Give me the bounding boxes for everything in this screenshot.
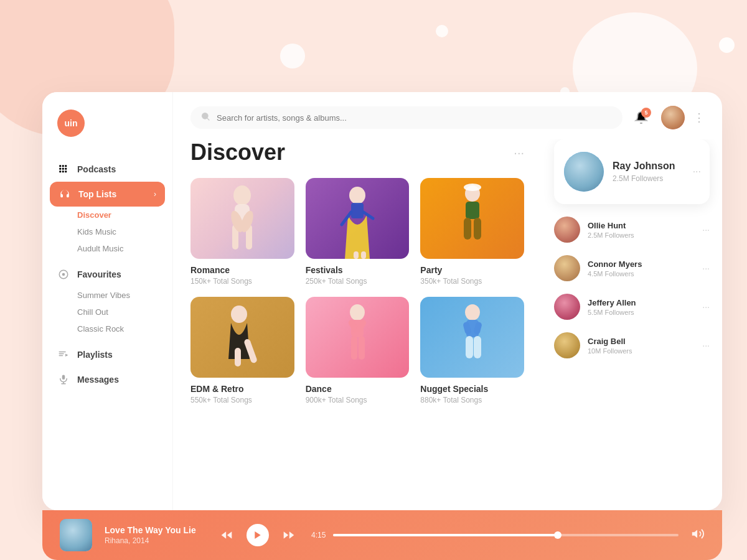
svg-marker-52 xyxy=(222,531,227,539)
toplists-subnav: Discover Kids Music Audult Music xyxy=(42,207,172,257)
artist-avatar-craig xyxy=(554,332,580,358)
search-input[interactable] xyxy=(217,113,613,123)
music-card-edm[interactable]: EDM & Retro 550k+ Total Songs xyxy=(190,297,294,404)
discover-title: Discover xyxy=(190,139,285,166)
artist-name-ollie: Ollie Hunt xyxy=(588,221,634,230)
music-card-party-image xyxy=(420,178,524,259)
volume-button[interactable] xyxy=(691,527,705,543)
svg-rect-27 xyxy=(351,203,364,218)
app-logo[interactable]: uin xyxy=(57,110,85,137)
search-icon xyxy=(200,111,210,124)
forward-button[interactable] xyxy=(279,525,299,545)
artist-followers-jeffery: 5.5M Followers xyxy=(588,309,636,316)
progress-area: 4:15 xyxy=(311,531,679,539)
artist-item-ollie: Ollie Hunt 2.5M Followers ··· xyxy=(554,214,710,245)
player-album-art xyxy=(60,519,92,551)
svg-rect-36 xyxy=(474,218,481,240)
toplists-label: Top Lists xyxy=(78,189,116,199)
svg-rect-39 xyxy=(235,348,241,366)
progress-thumb xyxy=(554,531,561,539)
sidebar-item-toplists[interactable]: Top Lists › xyxy=(50,182,165,207)
user-avatar-image xyxy=(661,106,685,129)
subnav-discover[interactable]: Discover xyxy=(77,207,172,223)
music-card-nugget-image xyxy=(420,297,524,378)
bg-decoration-6 xyxy=(719,37,735,53)
music-card-dance-image xyxy=(306,297,410,378)
edm-title: EDM & Retro xyxy=(190,384,294,394)
favourites-subnav: Summer Vibes Chill Out Classic Rock xyxy=(42,287,172,337)
artist-more-jeffery[interactable]: ··· xyxy=(702,302,710,312)
svg-point-33 xyxy=(464,184,481,191)
featured-more-button[interactable]: ··· xyxy=(693,166,701,177)
svg-rect-2 xyxy=(65,165,67,167)
edm-count: 550k+ Total Songs xyxy=(190,396,294,404)
artist-name-jeffery: Jeffery Allen xyxy=(588,298,636,307)
subnav-summer-vibes[interactable]: Summer Vibes xyxy=(77,287,172,304)
notification-button[interactable]: 5 xyxy=(630,106,652,129)
artist-followers-craig: 10M Followers xyxy=(588,347,632,355)
progress-bar[interactable] xyxy=(333,534,679,536)
subnav-chill-out[interactable]: Chill Out xyxy=(77,304,172,320)
music-card-romance[interactable]: Romance 150k+ Total Songs xyxy=(190,178,294,286)
svg-point-37 xyxy=(231,306,247,323)
featured-artist-info: Ray Johnson 2.5M Followers xyxy=(613,161,675,183)
subnav-kids-music[interactable]: Kids Music xyxy=(77,223,172,240)
user-avatar[interactable] xyxy=(661,106,685,129)
romance-count: 150k+ Total Songs xyxy=(190,277,294,286)
artist-item-connor: Connor Myers 4.5M Followers ··· xyxy=(554,253,710,284)
player-info: Love The Way You Lie Rihana, 2014 xyxy=(105,525,204,545)
subnav-classic-rock[interactable]: Classic Rock xyxy=(77,320,172,337)
svg-rect-30 xyxy=(354,251,359,259)
artist-info-craig: Craig Bell 10M Followers xyxy=(588,337,632,355)
bg-decoration-3 xyxy=(280,44,305,68)
music-card-dance[interactable]: Dance 900k+ Total Songs xyxy=(306,297,410,404)
svg-rect-8 xyxy=(65,170,67,172)
podcasts-icon xyxy=(57,163,70,175)
svg-rect-4 xyxy=(62,168,64,170)
subnav-adult-music[interactable]: Audult Music xyxy=(77,240,172,257)
sidebar-item-favourites[interactable]: Favourites xyxy=(42,262,172,287)
artist-followers-connor: 4.5M Followers xyxy=(588,270,642,278)
dance-count: 900k+ Total Songs xyxy=(306,396,410,404)
featured-artist-avatar xyxy=(564,152,604,192)
header-more-button[interactable]: ⋮ xyxy=(693,111,705,124)
svg-rect-31 xyxy=(361,251,366,259)
favourites-label: Favourites xyxy=(77,269,121,279)
discover-section: Discover ··· xyxy=(173,139,722,510)
artist-more-connor[interactable]: ··· xyxy=(702,263,710,273)
artist-more-ollie[interactable]: ··· xyxy=(702,225,710,235)
mic-icon xyxy=(57,373,70,386)
discover-more-button[interactable]: ··· xyxy=(514,146,524,160)
sidebar: uin Podcasts xyxy=(42,92,173,510)
svg-rect-0 xyxy=(59,165,61,167)
discover-header: Discover ··· xyxy=(190,139,524,166)
playlist-icon xyxy=(57,348,70,361)
party-count: 350k+ Total Songs xyxy=(420,277,524,286)
svg-rect-51 xyxy=(474,336,481,358)
player-song-title: Love The Way You Lie xyxy=(105,525,204,535)
music-card-party[interactable]: Party 350k+ Total Songs xyxy=(420,178,524,286)
search-bar[interactable] xyxy=(190,106,622,129)
player-bar: Love The Way You Lie Rihana, 2014 4:15 xyxy=(42,510,722,560)
sidebar-item-podcasts[interactable]: Podcasts xyxy=(42,157,172,182)
svg-rect-44 xyxy=(351,336,357,360)
svg-rect-3 xyxy=(59,168,61,170)
music-card-romance-image xyxy=(190,178,294,259)
svg-rect-50 xyxy=(466,336,473,358)
artist-more-craig[interactable]: ··· xyxy=(702,340,710,350)
nugget-title: Nugget Specials xyxy=(420,384,524,394)
sidebar-item-messages[interactable]: Messages xyxy=(42,367,172,392)
music-card-festivals[interactable]: Festivals 250k+ Total Songs xyxy=(306,178,410,286)
nugget-count: 880k+ Total Songs xyxy=(420,396,524,404)
toplists-arrow: › xyxy=(154,190,156,198)
svg-marker-14 xyxy=(65,354,68,357)
featured-artist-name: Ray Johnson xyxy=(613,161,675,172)
main-card: uin Podcasts xyxy=(42,92,722,510)
svg-marker-57 xyxy=(692,530,697,538)
featured-artist-followers: 2.5M Followers xyxy=(613,174,675,183)
rewind-button[interactable] xyxy=(217,525,237,545)
play-button[interactable] xyxy=(247,524,269,546)
music-card-nugget[interactable]: Nugget Specials 880k+ Total Songs xyxy=(420,297,524,404)
romance-title: Romance xyxy=(190,265,294,275)
sidebar-item-playlists[interactable]: Playlists xyxy=(42,342,172,367)
